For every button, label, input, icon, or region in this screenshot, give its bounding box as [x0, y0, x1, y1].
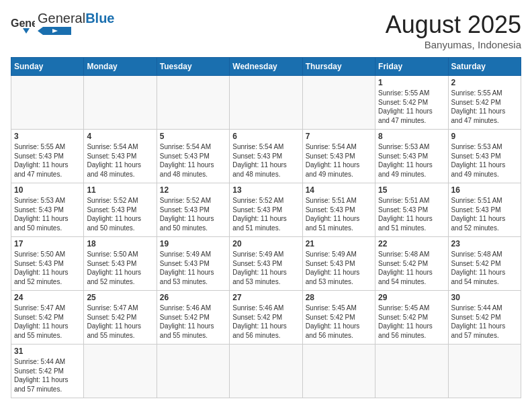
logo-general: General — [38, 11, 85, 26]
day-number: 26 — [160, 293, 226, 302]
day-number: 6 — [232, 132, 299, 141]
svg-text:General: General — [11, 17, 35, 29]
day-info: Sunrise: 5:54 AM Sunset: 5:43 PM Dayligh… — [232, 142, 299, 179]
calendar-week-row: 17Sunrise: 5:50 AM Sunset: 5:43 PM Dayli… — [11, 237, 521, 291]
day-info: Sunrise: 5:49 AM Sunset: 5:43 PM Dayligh… — [306, 250, 372, 286]
day-number: 24 — [14, 293, 81, 302]
day-number: 28 — [306, 293, 372, 302]
day-info: Sunrise: 5:54 AM Sunset: 5:43 PM Dayligh… — [306, 142, 372, 179]
day-info: Sunrise: 5:50 AM Sunset: 5:43 PM Dayligh… — [14, 250, 81, 286]
calendar-cell — [157, 345, 229, 398]
calendar-cell: 11Sunrise: 5:52 AM Sunset: 5:43 PM Dayli… — [84, 183, 157, 237]
calendar-cell: 28Sunrise: 5:45 AM Sunset: 5:42 PM Dayli… — [302, 291, 375, 345]
calendar-table: SundayMondayTuesdayWednesdayThursdayFrid… — [11, 57, 521, 398]
calendar-cell: 5Sunrise: 5:54 AM Sunset: 5:43 PM Daylig… — [157, 130, 229, 183]
calendar-week-row: 31Sunrise: 5:44 AM Sunset: 5:42 PM Dayli… — [11, 345, 521, 398]
calendar-cell: 9Sunrise: 5:53 AM Sunset: 5:43 PM Daylig… — [448, 130, 521, 183]
logo: General GeneralBlue — [11, 11, 115, 38]
day-info: Sunrise: 5:49 AM Sunset: 5:43 PM Dayligh… — [232, 250, 299, 286]
day-header-friday: Friday — [375, 58, 448, 76]
day-number: 15 — [378, 185, 445, 195]
day-header-sunday: Sunday — [11, 58, 84, 76]
day-info: Sunrise: 5:55 AM Sunset: 5:42 PM Dayligh… — [378, 89, 445, 125]
day-header-monday: Monday — [84, 58, 157, 76]
calendar-cell: 16Sunrise: 5:51 AM Sunset: 5:43 PM Dayli… — [448, 183, 521, 237]
month-title: August 2025 — [386, 11, 521, 39]
calendar-cell — [11, 76, 84, 130]
calendar-cell — [302, 345, 375, 398]
day-info: Sunrise: 5:44 AM Sunset: 5:42 PM Dayligh… — [451, 304, 518, 340]
day-number: 27 — [232, 293, 299, 302]
day-info: Sunrise: 5:55 AM Sunset: 5:43 PM Dayligh… — [14, 142, 81, 179]
page-header: General GeneralBlue August 2025 Banyumas… — [11, 11, 521, 50]
svg-marker-1 — [23, 28, 30, 34]
day-header-tuesday: Tuesday — [157, 58, 229, 76]
calendar-cell — [302, 76, 375, 130]
day-info: Sunrise: 5:53 AM Sunset: 5:43 PM Dayligh… — [378, 142, 445, 179]
day-number: 9 — [451, 132, 518, 141]
day-number: 20 — [232, 239, 299, 248]
day-number: 21 — [306, 239, 372, 248]
day-info: Sunrise: 5:55 AM Sunset: 5:42 PM Dayligh… — [451, 89, 518, 125]
day-info: Sunrise: 5:46 AM Sunset: 5:42 PM Dayligh… — [160, 304, 226, 340]
calendar-cell: 18Sunrise: 5:50 AM Sunset: 5:43 PM Dayli… — [84, 237, 157, 291]
day-header-wednesday: Wednesday — [230, 58, 302, 76]
calendar-cell: 20Sunrise: 5:49 AM Sunset: 5:43 PM Dayli… — [230, 237, 302, 291]
day-info: Sunrise: 5:53 AM Sunset: 5:43 PM Dayligh… — [451, 142, 518, 179]
day-number: 17 — [14, 239, 81, 248]
day-number: 30 — [451, 293, 518, 302]
day-number: 25 — [87, 293, 153, 302]
day-info: Sunrise: 5:44 AM Sunset: 5:42 PM Dayligh… — [14, 357, 81, 394]
calendar-cell: 29Sunrise: 5:45 AM Sunset: 5:42 PM Dayli… — [375, 291, 448, 345]
day-number: 18 — [87, 239, 153, 248]
day-number: 23 — [451, 239, 518, 248]
calendar-cell: 14Sunrise: 5:51 AM Sunset: 5:43 PM Dayli… — [302, 183, 375, 237]
day-number: 12 — [160, 185, 226, 195]
day-number: 4 — [87, 132, 153, 141]
day-info: Sunrise: 5:45 AM Sunset: 5:42 PM Dayligh… — [378, 304, 445, 340]
day-number: 2 — [451, 78, 518, 87]
calendar-week-row: 3Sunrise: 5:55 AM Sunset: 5:43 PM Daylig… — [11, 130, 521, 183]
calendar-cell: 24Sunrise: 5:47 AM Sunset: 5:42 PM Dayli… — [11, 291, 84, 345]
logo-blue: Blue — [85, 11, 114, 26]
calendar-cell: 23Sunrise: 5:48 AM Sunset: 5:42 PM Dayli… — [448, 237, 521, 291]
day-info: Sunrise: 5:54 AM Sunset: 5:43 PM Dayligh… — [87, 142, 153, 179]
calendar-cell — [84, 345, 157, 398]
calendar-cell — [230, 76, 302, 130]
calendar-title-area: August 2025 Banyumas, Indonesia — [386, 11, 521, 50]
calendar-cell: 13Sunrise: 5:52 AM Sunset: 5:43 PM Dayli… — [230, 183, 302, 237]
day-number: 1 — [378, 78, 445, 87]
calendar-cell — [230, 345, 302, 398]
day-number: 13 — [232, 185, 299, 195]
calendar-cell: 1Sunrise: 5:55 AM Sunset: 5:42 PM Daylig… — [375, 76, 448, 130]
day-number: 22 — [378, 239, 445, 248]
calendar-cell: 12Sunrise: 5:52 AM Sunset: 5:43 PM Dayli… — [157, 183, 229, 237]
calendar-week-row: 1Sunrise: 5:55 AM Sunset: 5:42 PM Daylig… — [11, 76, 521, 130]
day-info: Sunrise: 5:49 AM Sunset: 5:43 PM Dayligh… — [160, 250, 226, 286]
day-header-thursday: Thursday — [302, 58, 375, 76]
calendar-cell: 19Sunrise: 5:49 AM Sunset: 5:43 PM Dayli… — [157, 237, 229, 291]
day-info: Sunrise: 5:47 AM Sunset: 5:42 PM Dayligh… — [14, 304, 81, 340]
day-number: 8 — [378, 132, 445, 141]
calendar-cell: 31Sunrise: 5:44 AM Sunset: 5:42 PM Dayli… — [11, 345, 84, 398]
calendar-cell: 25Sunrise: 5:47 AM Sunset: 5:42 PM Dayli… — [84, 291, 157, 345]
day-info: Sunrise: 5:52 AM Sunset: 5:43 PM Dayligh… — [160, 196, 226, 232]
day-info: Sunrise: 5:51 AM Sunset: 5:43 PM Dayligh… — [451, 196, 518, 232]
day-info: Sunrise: 5:46 AM Sunset: 5:42 PM Dayligh… — [232, 304, 299, 340]
day-number: 16 — [451, 185, 518, 195]
calendar-cell: 3Sunrise: 5:55 AM Sunset: 5:43 PM Daylig… — [11, 130, 84, 183]
calendar-cell: 2Sunrise: 5:55 AM Sunset: 5:42 PM Daylig… — [448, 76, 521, 130]
calendar-cell: 27Sunrise: 5:46 AM Sunset: 5:42 PM Dayli… — [230, 291, 302, 345]
day-number: 5 — [160, 132, 226, 141]
calendar-cell: 26Sunrise: 5:46 AM Sunset: 5:42 PM Dayli… — [157, 291, 229, 345]
logo-icon: General — [11, 15, 35, 34]
day-header-saturday: Saturday — [448, 58, 521, 76]
day-info: Sunrise: 5:51 AM Sunset: 5:43 PM Dayligh… — [378, 196, 445, 232]
calendar-cell: 10Sunrise: 5:53 AM Sunset: 5:43 PM Dayli… — [11, 183, 84, 237]
calendar-cell: 15Sunrise: 5:51 AM Sunset: 5:43 PM Dayli… — [375, 183, 448, 237]
day-info: Sunrise: 5:51 AM Sunset: 5:43 PM Dayligh… — [306, 196, 372, 232]
day-info: Sunrise: 5:52 AM Sunset: 5:43 PM Dayligh… — [232, 196, 299, 232]
day-number: 3 — [14, 132, 81, 141]
calendar-cell: 30Sunrise: 5:44 AM Sunset: 5:42 PM Dayli… — [448, 291, 521, 345]
calendar-cell — [448, 345, 521, 398]
